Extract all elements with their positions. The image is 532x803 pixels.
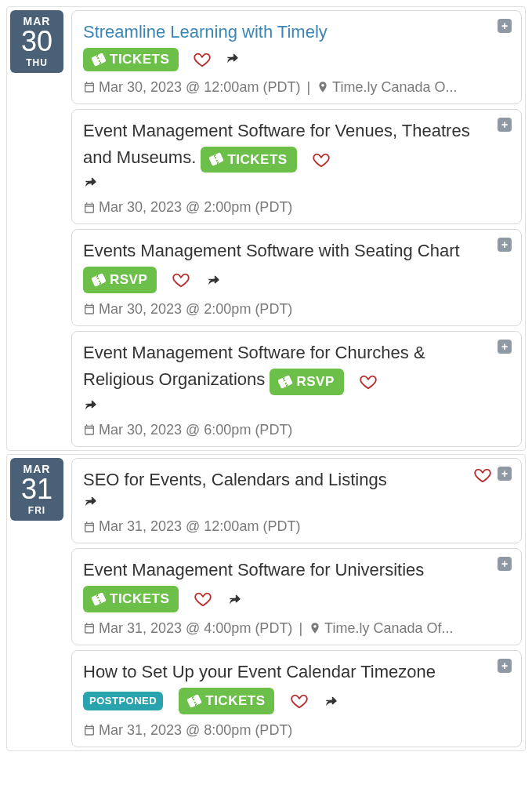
events-column: + SEO for Events, Calendars and Listings… bbox=[71, 458, 522, 747]
expand-icon[interactable]: + bbox=[498, 340, 512, 354]
share-icon[interactable] bbox=[324, 693, 339, 709]
share-icon[interactable] bbox=[227, 591, 243, 607]
rsvp-button[interactable]: RSVP bbox=[83, 267, 157, 293]
event-meta: Mar 31, 2023 @ 8:00pm (PDT) bbox=[83, 722, 510, 739]
share-icon[interactable] bbox=[225, 52, 241, 67]
event-title: How to Set Up your Event Calendar Timezo… bbox=[83, 662, 436, 681]
ticket-icon bbox=[278, 375, 294, 389]
title-row: Event Management Software for Churches &… bbox=[83, 341, 510, 395]
date-weekday: THU bbox=[10, 57, 63, 68]
favorite-icon[interactable] bbox=[360, 373, 377, 391]
expand-icon[interactable]: + bbox=[498, 659, 512, 673]
title-row: SEO for Events, Calendars and Listings bbox=[83, 468, 510, 492]
event-datetime: Mar 30, 2023 @ 6:00pm (PDT) bbox=[99, 422, 292, 438]
tickets-button[interactable]: TICKETS bbox=[179, 688, 274, 714]
favorite-icon[interactable] bbox=[291, 692, 308, 710]
expand-icon[interactable]: + bbox=[498, 467, 512, 481]
events-column: + Streamline Learning with TimelyTICKETS… bbox=[71, 10, 522, 447]
favorite-icon[interactable] bbox=[474, 467, 491, 484]
event-meta: Mar 31, 2023 @ 4:00pm (PDT)|Time.ly Cana… bbox=[83, 620, 510, 637]
title-row: Events Management Software with Seating … bbox=[83, 239, 510, 293]
day-group: MAR 31 FRI + SEO for Events, Calendars a… bbox=[6, 454, 526, 751]
favorite-icon[interactable] bbox=[172, 271, 190, 289]
date-day: 30 bbox=[10, 27, 63, 56]
expand-icon[interactable]: + bbox=[498, 557, 512, 571]
event-card[interactable]: + How to Set Up your Event Calendar Time… bbox=[71, 650, 522, 747]
date-block: MAR 30 THU bbox=[10, 10, 63, 73]
event-title[interactable]: Streamline Learning with Timely bbox=[83, 22, 328, 42]
event-datetime: Mar 31, 2023 @ 12:00am (PDT) bbox=[99, 518, 300, 535]
event-card[interactable]: + Event Management Software for Universi… bbox=[71, 548, 522, 645]
event-title: SEO for Events, Calendars and Listings bbox=[83, 470, 387, 489]
event-datetime: Mar 31, 2023 @ 4:00pm (PDT) bbox=[99, 620, 292, 637]
share-icon[interactable] bbox=[83, 495, 99, 511]
favorite-icon[interactable] bbox=[194, 590, 212, 608]
expand-icon[interactable]: + bbox=[498, 19, 512, 33]
button-label: RSVP bbox=[296, 372, 334, 391]
button-label: POSTPONED bbox=[89, 694, 157, 708]
ticket-icon bbox=[186, 694, 202, 708]
event-title: Events Management Software with Seating … bbox=[83, 241, 460, 260]
tickets-button[interactable]: TICKETS bbox=[201, 147, 296, 173]
ticket-icon bbox=[209, 153, 225, 167]
event-meta: Mar 30, 2023 @ 6:00pm (PDT) bbox=[83, 422, 510, 438]
ticket-icon bbox=[91, 273, 107, 287]
event-card[interactable]: + Event Management Software for Venues, … bbox=[71, 109, 522, 225]
event-datetime: Mar 31, 2023 @ 8:00pm (PDT) bbox=[99, 722, 292, 739]
rsvp-button[interactable]: RSVP bbox=[270, 369, 343, 395]
event-card[interactable]: + Streamline Learning with TimelyTICKETS… bbox=[71, 10, 522, 104]
tickets-button[interactable]: TICKETS bbox=[83, 48, 179, 71]
postponed-button[interactable]: POSTPONED bbox=[83, 692, 163, 710]
event-card[interactable]: + Events Management Software with Seatin… bbox=[71, 229, 522, 326]
event-datetime: Mar 30, 2023 @ 12:00am (PDT) bbox=[99, 79, 300, 96]
date-weekday: FRI bbox=[10, 505, 63, 516]
ticket-icon bbox=[91, 53, 107, 67]
day-group: MAR 30 THU + Streamline Learning with Ti… bbox=[6, 6, 526, 451]
ticket-icon bbox=[91, 592, 107, 606]
event-meta: Mar 30, 2023 @ 12:00am (PDT)|Time.ly Can… bbox=[83, 79, 510, 96]
event-location: Time.ly Canada Of... bbox=[324, 620, 453, 637]
share-icon[interactable] bbox=[83, 398, 99, 414]
event-card[interactable]: + Event Management Software for Churches… bbox=[71, 331, 522, 447]
event-title: Event Management Software for Universiti… bbox=[83, 560, 424, 580]
event-meta: Mar 30, 2023 @ 2:00pm (PDT) bbox=[83, 199, 510, 216]
event-location: Time.ly Canada O... bbox=[332, 79, 457, 96]
title-row: Event Management Software for Universiti… bbox=[83, 558, 510, 612]
date-block: MAR 31 FRI bbox=[10, 458, 63, 521]
share-icon[interactable] bbox=[83, 176, 99, 191]
button-label: TICKETS bbox=[110, 590, 169, 609]
favorite-icon[interactable] bbox=[313, 151, 330, 169]
button-label: TICKETS bbox=[227, 151, 287, 169]
share-icon[interactable] bbox=[206, 272, 222, 288]
button-label: TICKETS bbox=[110, 52, 169, 67]
event-meta: Mar 30, 2023 @ 2:00pm (PDT) bbox=[83, 301, 510, 318]
event-card[interactable]: + SEO for Events, Calendars and Listings… bbox=[71, 458, 522, 544]
event-datetime: Mar 30, 2023 @ 2:00pm (PDT) bbox=[99, 199, 292, 216]
expand-icon[interactable]: + bbox=[498, 118, 512, 132]
title-row: How to Set Up your Event Calendar Timezo… bbox=[83, 660, 510, 714]
expand-icon[interactable]: + bbox=[498, 238, 512, 252]
title-row: Event Management Software for Venues, Th… bbox=[83, 119, 510, 173]
event-datetime: Mar 30, 2023 @ 2:00pm (PDT) bbox=[99, 301, 292, 318]
favorite-icon[interactable] bbox=[194, 51, 211, 68]
event-meta: Mar 31, 2023 @ 12:00am (PDT) bbox=[83, 518, 510, 535]
button-label: TICKETS bbox=[205, 692, 265, 710]
date-day: 31 bbox=[10, 475, 63, 503]
button-label: RSVP bbox=[110, 271, 147, 289]
tickets-button[interactable]: TICKETS bbox=[83, 586, 179, 612]
title-row: Streamline Learning with Timely bbox=[83, 20, 510, 45]
